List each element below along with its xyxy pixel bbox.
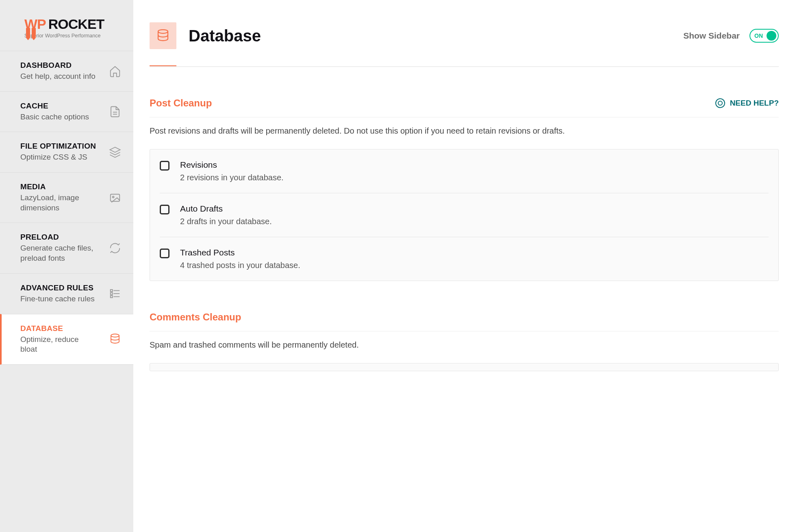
- logo: WP ROCKET Superior WordPress Performance: [0, 16, 133, 51]
- sidebar-item-dashboard[interactable]: DASHBOARD Get help, account info: [0, 51, 133, 91]
- nav-title: FILE OPTIMIZATION: [20, 142, 96, 151]
- logo-rocket: ROCKET: [48, 16, 104, 32]
- option-desc: 2 drafts in your database.: [180, 217, 769, 226]
- svg-rect-9: [111, 293, 113, 295]
- nav-desc: Fine-tune cache rules: [20, 294, 95, 304]
- svg-marker-2: [110, 147, 120, 152]
- option-desc: 4 trashed posts in your database.: [180, 261, 769, 270]
- sidebar: WP ROCKET Superior WordPress Performance…: [0, 0, 133, 532]
- nav-desc: LazyLoad, image dimensions: [20, 193, 98, 213]
- option-revisions: Revisions 2 revisions in your database.: [160, 149, 769, 193]
- sidebar-item-preload[interactable]: PRELOAD Generate cache files, preload fo…: [0, 223, 133, 273]
- layers-icon: [109, 146, 121, 158]
- checkbox-trashed-posts[interactable]: [160, 249, 169, 258]
- need-help-label: NEED HELP?: [730, 99, 779, 108]
- sidebar-item-database[interactable]: DATABASE Optimize, reduce bloat: [0, 314, 133, 365]
- show-sidebar-toggle[interactable]: ON: [749, 29, 779, 43]
- nav-desc: Optimize, reduce bloat: [20, 335, 98, 355]
- toggle-on-label: ON: [754, 32, 763, 39]
- option-auto-drafts: Auto Drafts 2 drafts in your database.: [160, 193, 769, 237]
- page-title: Database: [189, 27, 261, 45]
- checkbox-revisions[interactable]: [160, 161, 169, 171]
- database-icon: [109, 333, 121, 345]
- svg-point-4: [113, 196, 114, 198]
- nav-desc: Get help, account info: [20, 71, 96, 82]
- file-icon: [109, 106, 121, 118]
- post-cleanup-options: Revisions 2 revisions in your database. …: [150, 149, 779, 281]
- database-icon-box: [150, 22, 176, 49]
- database-icon: [156, 28, 170, 43]
- toggle-knob: [767, 31, 776, 41]
- home-icon: [109, 65, 121, 77]
- section-comments-cleanup: Comments Cleanup Spam and trashed commen…: [150, 311, 779, 371]
- show-sidebar-label: Show Sidebar: [683, 31, 740, 41]
- refresh-icon: [109, 242, 121, 254]
- section-title-comments-cleanup: Comments Cleanup: [150, 311, 241, 323]
- section-desc-post-cleanup: Post revisions and drafts will be perman…: [150, 125, 779, 137]
- sidebar-item-file-optimization[interactable]: FILE OPTIMIZATION Optimize CSS & JS: [0, 132, 133, 172]
- sidebar-item-cache[interactable]: CACHE Basic cache options: [0, 91, 133, 132]
- nav-desc: Basic cache options: [20, 112, 89, 122]
- nav-title: MEDIA: [20, 182, 98, 191]
- sidebar-item-advanced-rules[interactable]: ADVANCED RULES Fine-tune cache rules: [0, 273, 133, 314]
- option-title: Auto Drafts: [180, 204, 769, 214]
- svg-point-12: [158, 30, 168, 33]
- logo-wp: WP: [24, 16, 46, 32]
- nav-title: ADVANCED RULES: [20, 283, 95, 292]
- divider: [150, 66, 779, 67]
- svg-rect-10: [111, 296, 113, 298]
- page-header: Database Show Sidebar ON: [150, 22, 779, 49]
- svg-rect-8: [111, 290, 113, 292]
- main-content: Database Show Sidebar ON Post Cleanup NE…: [133, 0, 795, 532]
- help-icon: [715, 98, 725, 108]
- svg-rect-3: [111, 194, 120, 201]
- section-title-post-cleanup: Post Cleanup: [150, 97, 212, 109]
- option-title: Revisions: [180, 160, 769, 170]
- section-desc-comments-cleanup: Spam and trashed comments will be perman…: [150, 339, 779, 351]
- list-icon: [109, 288, 121, 300]
- nav-title: DASHBOARD: [20, 61, 96, 70]
- nav-title: PRELOAD: [20, 233, 98, 242]
- nav-title: DATABASE: [20, 324, 98, 333]
- need-help-button[interactable]: NEED HELP?: [715, 98, 779, 108]
- nav-desc: Optimize CSS & JS: [20, 152, 96, 162]
- comments-cleanup-options: [150, 363, 779, 371]
- image-icon: [109, 192, 121, 204]
- nav-desc: Generate cache files, preload fonts: [20, 243, 98, 263]
- option-trashed-posts: Trashed Posts 4 trashed posts in your da…: [160, 237, 769, 281]
- section-post-cleanup: Post Cleanup NEED HELP? Post revisions a…: [150, 97, 779, 281]
- checkbox-auto-drafts[interactable]: [160, 205, 169, 214]
- nav-title: CACHE: [20, 102, 89, 110]
- sidebar-item-media[interactable]: MEDIA LazyLoad, image dimensions: [0, 172, 133, 223]
- svg-point-11: [111, 334, 119, 337]
- logo-tagline: Superior WordPress Performance: [24, 33, 104, 39]
- option-desc: 2 revisions in your database.: [180, 173, 769, 182]
- option-title: Trashed Posts: [180, 248, 769, 257]
